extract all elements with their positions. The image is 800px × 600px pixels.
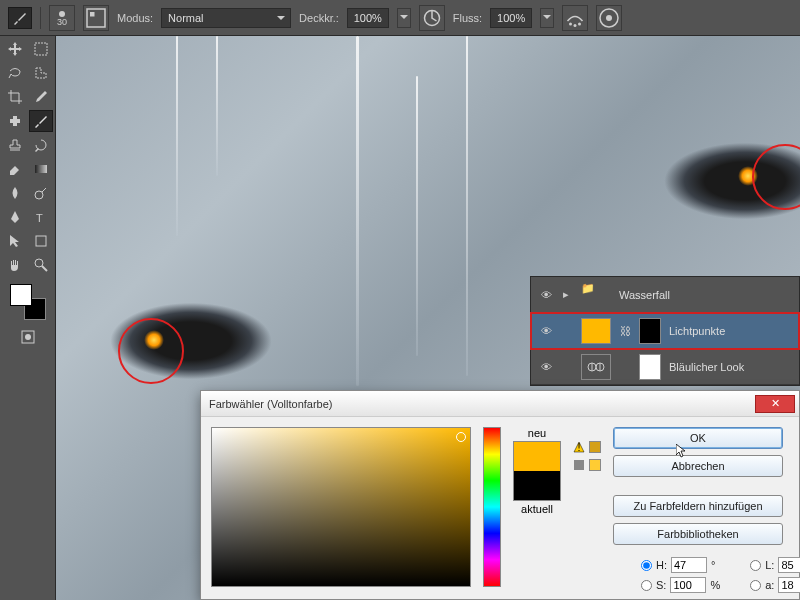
a-radio[interactable] (750, 580, 761, 591)
close-button[interactable]: ✕ (755, 395, 795, 413)
zoom-tool[interactable] (29, 254, 53, 276)
color-libraries-button[interactable]: Farbbibliotheken (613, 523, 783, 545)
layer-name[interactable]: Bläulicher Look (669, 361, 744, 373)
svg-text:!: ! (577, 441, 580, 453)
layer-mask-thumb[interactable] (639, 318, 661, 344)
hand-tool[interactable] (3, 254, 27, 276)
color-field[interactable] (211, 427, 471, 587)
visibility-icon[interactable]: 👁 (537, 361, 555, 373)
a-label: a: (765, 579, 774, 591)
svg-rect-10 (13, 116, 17, 126)
type-tool[interactable]: T (29, 206, 53, 228)
new-color-swatch[interactable] (514, 442, 560, 471)
svg-rect-8 (35, 43, 47, 55)
airbrush-toggle[interactable] (562, 5, 588, 31)
pressure-size-toggle[interactable] (596, 5, 622, 31)
layers-panel: 👁 ▸ 📁 Wasserfall 👁 ⛓ Lichtpunkte 👁 Bläul… (530, 276, 800, 386)
visibility-icon[interactable]: 👁 (537, 325, 555, 337)
h-label: H: (656, 559, 667, 571)
l-field[interactable] (778, 557, 800, 573)
canvas-art (356, 36, 359, 386)
h-unit: ° (711, 559, 715, 571)
brush-preset-picker[interactable]: 30 (49, 5, 75, 31)
opacity-field[interactable]: 100% (347, 8, 389, 28)
quick-select-tool[interactable] (29, 62, 53, 84)
color-picker-dialog: Farbwähler (Volltonfarbe) ✕ neu aktuell … (200, 390, 800, 600)
current-color-swatch[interactable] (514, 471, 560, 500)
s-field[interactable] (670, 577, 706, 593)
svg-point-17 (25, 334, 31, 340)
s-radio[interactable] (641, 580, 652, 591)
healing-tool[interactable] (3, 110, 27, 132)
hue-slider[interactable] (483, 427, 501, 587)
pen-tool[interactable] (3, 206, 27, 228)
layer-row-group[interactable]: 👁 ▸ 📁 Wasserfall (531, 277, 799, 313)
add-swatch-button[interactable]: Zu Farbfeldern hinzufügen (613, 495, 783, 517)
l-radio[interactable] (750, 560, 761, 571)
websafe-warning-icon[interactable] (573, 459, 585, 471)
layer-row-selected[interactable]: 👁 ⛓ Lichtpunkte (531, 313, 799, 349)
layer-name[interactable]: Wasserfall (619, 289, 670, 301)
gamut-warning-swatch[interactable] (589, 441, 601, 453)
flow-dropdown-icon[interactable] (540, 8, 554, 28)
shape-tool[interactable] (29, 230, 53, 252)
svg-rect-1 (90, 12, 95, 17)
visibility-icon[interactable]: 👁 (537, 289, 555, 301)
crop-tool[interactable] (3, 86, 27, 108)
history-brush-tool[interactable] (29, 134, 53, 156)
dodge-tool[interactable] (29, 182, 53, 204)
svg-rect-11 (35, 165, 47, 173)
eraser-tool[interactable] (3, 158, 27, 180)
disclosure-icon[interactable]: ▸ (563, 288, 573, 301)
brush-panel-toggle[interactable] (83, 5, 109, 31)
dialog-title: Farbwähler (Volltonfarbe) (205, 398, 755, 410)
cancel-button[interactable]: Abbrechen (613, 455, 783, 477)
path-select-tool[interactable] (3, 230, 27, 252)
blend-mode-label: Modus: (117, 12, 153, 24)
a-field[interactable] (778, 577, 800, 593)
h-radio[interactable] (641, 560, 652, 571)
move-tool[interactable] (3, 38, 27, 60)
field-cursor-icon (456, 432, 466, 442)
layer-mask-thumb[interactable] (639, 354, 661, 380)
toolbox: T (0, 36, 56, 600)
adjustment-icon[interactable] (581, 354, 611, 380)
layer-thumb[interactable] (581, 318, 611, 344)
color-swatches[interactable] (10, 284, 46, 320)
brush-size-value: 30 (57, 17, 67, 27)
svg-point-7 (606, 15, 612, 21)
stamp-tool[interactable] (3, 134, 27, 156)
quickmask-toggle[interactable] (16, 326, 40, 348)
ok-button[interactable]: OK (613, 427, 783, 449)
eyedropper-tool[interactable] (29, 86, 53, 108)
pressure-opacity-toggle[interactable] (419, 5, 445, 31)
link-icon[interactable]: ⛓ (619, 325, 631, 337)
l-label: L: (765, 559, 774, 571)
gamut-warning-icon[interactable]: ! (573, 441, 585, 453)
s-label: S: (656, 579, 666, 591)
svg-point-3 (569, 22, 572, 25)
blend-mode-value: Normal (168, 12, 203, 24)
layer-name[interactable]: Lichtpunkte (669, 325, 725, 337)
flow-field[interactable]: 100% (490, 8, 532, 28)
canvas-art (466, 36, 468, 376)
websafe-warning-swatch[interactable] (589, 459, 601, 471)
lasso-tool[interactable] (3, 62, 27, 84)
h-field[interactable] (671, 557, 707, 573)
folder-icon: 📁 (581, 282, 611, 308)
layer-row[interactable]: 👁 Bläulicher Look (531, 349, 799, 385)
svg-point-5 (578, 22, 581, 25)
gradient-tool[interactable] (29, 158, 53, 180)
opacity-dropdown-icon[interactable] (397, 8, 411, 28)
canvas-art (416, 76, 418, 356)
blend-mode-dropdown[interactable]: Normal (161, 8, 291, 28)
fg-color-swatch[interactable] (10, 284, 32, 306)
dialog-titlebar[interactable]: Farbwähler (Volltonfarbe) ✕ (201, 391, 799, 417)
canvas-art (216, 36, 218, 176)
marquee-tool[interactable] (29, 38, 53, 60)
svg-rect-0 (87, 9, 105, 27)
tool-indicator-brush-icon (8, 7, 32, 29)
close-icon: ✕ (771, 397, 780, 410)
brush-tool[interactable] (29, 110, 53, 132)
blur-tool[interactable] (3, 182, 27, 204)
